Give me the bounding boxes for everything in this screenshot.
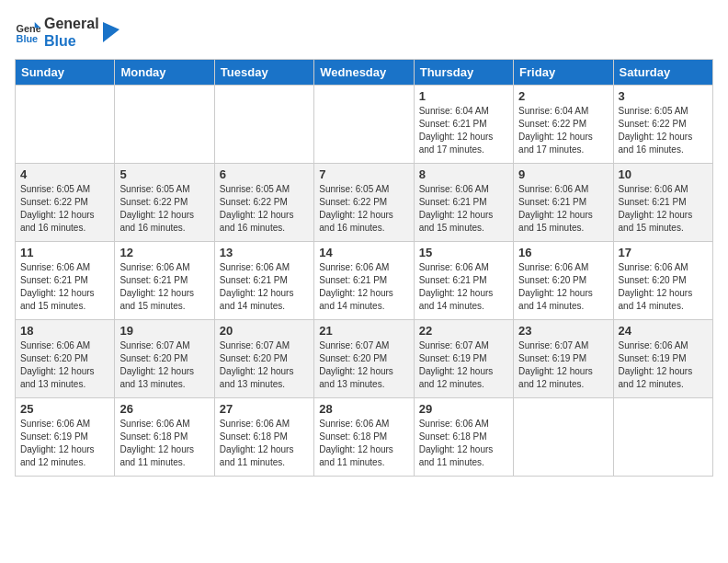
day-info: Sunrise: 6:06 AM Sunset: 6:18 PM Dayligh… xyxy=(119,418,209,469)
calendar-day-cell: 9Sunrise: 6:06 AM Sunset: 6:21 PM Daylig… xyxy=(514,164,613,242)
day-number: 8 xyxy=(419,167,508,181)
day-number: 15 xyxy=(419,246,508,259)
day-of-week-header: Wednesday xyxy=(314,60,414,86)
calendar-day-cell: 15Sunrise: 6:06 AM Sunset: 6:21 PM Dayli… xyxy=(414,242,513,320)
calendar-week-row: 4Sunrise: 6:05 AM Sunset: 6:22 PM Daylig… xyxy=(16,164,713,242)
day-info: Sunrise: 6:04 AM Sunset: 6:21 PM Dayligh… xyxy=(419,105,508,156)
svg-text:Blue: Blue xyxy=(17,33,39,44)
calendar-day-cell xyxy=(613,398,712,477)
calendar-day-cell: 18Sunrise: 6:06 AM Sunset: 6:20 PM Dayli… xyxy=(16,320,115,398)
svg-marker-3 xyxy=(103,22,119,42)
day-info: Sunrise: 6:06 AM Sunset: 6:21 PM Dayligh… xyxy=(419,183,508,235)
calendar-day-cell: 22Sunrise: 6:07 AM Sunset: 6:19 PM Dayli… xyxy=(414,320,513,398)
logo: General Blue General Blue xyxy=(15,15,119,50)
calendar-day-cell: 19Sunrise: 6:07 AM Sunset: 6:20 PM Dayli… xyxy=(115,320,214,398)
day-number: 29 xyxy=(419,402,508,416)
day-info: Sunrise: 6:07 AM Sunset: 6:19 PM Dayligh… xyxy=(419,339,508,391)
day-info: Sunrise: 6:06 AM Sunset: 6:21 PM Dayligh… xyxy=(619,183,708,235)
day-number: 24 xyxy=(619,324,708,338)
calendar-day-cell: 14Sunrise: 6:06 AM Sunset: 6:21 PM Dayli… xyxy=(314,242,414,320)
calendar-day-cell: 21Sunrise: 6:07 AM Sunset: 6:20 PM Dayli… xyxy=(314,320,414,398)
day-info: Sunrise: 6:06 AM Sunset: 6:18 PM Dayligh… xyxy=(319,418,408,469)
calendar-day-cell: 16Sunrise: 6:06 AM Sunset: 6:20 PM Dayli… xyxy=(514,242,613,320)
day-info: Sunrise: 6:05 AM Sunset: 6:22 PM Dayligh… xyxy=(319,183,408,235)
day-number: 6 xyxy=(220,167,309,181)
day-info: Sunrise: 6:06 AM Sunset: 6:18 PM Dayligh… xyxy=(419,418,508,469)
calendar-day-cell: 26Sunrise: 6:06 AM Sunset: 6:18 PM Dayli… xyxy=(115,398,214,477)
day-of-week-header: Saturday xyxy=(613,60,712,86)
logo-general: General xyxy=(44,15,99,32)
day-info: Sunrise: 6:06 AM Sunset: 6:20 PM Dayligh… xyxy=(518,261,608,313)
day-of-week-header: Tuesday xyxy=(214,60,313,86)
day-info: Sunrise: 6:06 AM Sunset: 6:21 PM Dayligh… xyxy=(119,261,209,313)
calendar-day-cell xyxy=(115,86,214,164)
calendar-day-cell: 10Sunrise: 6:06 AM Sunset: 6:21 PM Dayli… xyxy=(613,164,712,242)
day-number: 7 xyxy=(319,167,408,181)
day-number: 20 xyxy=(220,324,309,338)
calendar-day-cell: 6Sunrise: 6:05 AM Sunset: 6:22 PM Daylig… xyxy=(214,164,313,242)
day-info: Sunrise: 6:06 AM Sunset: 6:21 PM Dayligh… xyxy=(419,261,508,313)
day-number: 2 xyxy=(518,89,608,103)
day-info: Sunrise: 6:06 AM Sunset: 6:21 PM Dayligh… xyxy=(518,183,608,235)
day-info: Sunrise: 6:07 AM Sunset: 6:20 PM Dayligh… xyxy=(220,339,309,391)
day-number: 4 xyxy=(20,167,109,181)
day-info: Sunrise: 6:06 AM Sunset: 6:19 PM Dayligh… xyxy=(619,339,708,391)
day-info: Sunrise: 6:05 AM Sunset: 6:22 PM Dayligh… xyxy=(619,105,708,156)
calendar-week-row: 1Sunrise: 6:04 AM Sunset: 6:21 PM Daylig… xyxy=(16,86,713,164)
day-info: Sunrise: 6:04 AM Sunset: 6:22 PM Dayligh… xyxy=(518,105,608,156)
day-number: 13 xyxy=(220,246,309,259)
day-number: 3 xyxy=(619,89,708,103)
calendar-day-cell: 20Sunrise: 6:07 AM Sunset: 6:20 PM Dayli… xyxy=(214,320,313,398)
calendar-day-cell: 4Sunrise: 6:05 AM Sunset: 6:22 PM Daylig… xyxy=(16,164,115,242)
calendar-day-cell: 11Sunrise: 6:06 AM Sunset: 6:21 PM Dayli… xyxy=(16,242,115,320)
calendar-day-cell xyxy=(314,86,414,164)
day-of-week-header: Monday xyxy=(115,60,214,86)
day-number: 22 xyxy=(419,324,508,338)
day-info: Sunrise: 6:06 AM Sunset: 6:20 PM Dayligh… xyxy=(619,261,708,313)
day-info: Sunrise: 6:05 AM Sunset: 6:22 PM Dayligh… xyxy=(220,183,309,235)
day-number: 18 xyxy=(20,324,109,338)
day-number: 1 xyxy=(419,89,508,103)
day-info: Sunrise: 6:07 AM Sunset: 6:20 PM Dayligh… xyxy=(119,339,209,391)
day-number: 5 xyxy=(119,167,209,181)
day-number: 10 xyxy=(619,167,708,181)
calendar-day-cell xyxy=(514,398,613,477)
logo-blue: Blue xyxy=(44,32,99,50)
calendar-day-cell: 17Sunrise: 6:06 AM Sunset: 6:20 PM Dayli… xyxy=(613,242,712,320)
day-number: 26 xyxy=(119,402,209,416)
day-info: Sunrise: 6:06 AM Sunset: 6:21 PM Dayligh… xyxy=(20,261,109,313)
day-info: Sunrise: 6:06 AM Sunset: 6:20 PM Dayligh… xyxy=(20,339,109,391)
day-of-week-header: Sunday xyxy=(16,60,115,86)
day-number: 11 xyxy=(20,246,109,259)
day-info: Sunrise: 6:07 AM Sunset: 6:20 PM Dayligh… xyxy=(319,339,408,391)
day-number: 25 xyxy=(20,402,109,416)
day-number: 28 xyxy=(319,402,408,416)
calendar-week-row: 25Sunrise: 6:06 AM Sunset: 6:19 PM Dayli… xyxy=(16,398,713,477)
day-number: 16 xyxy=(518,246,608,259)
calendar-day-cell xyxy=(214,86,313,164)
calendar-day-cell: 13Sunrise: 6:06 AM Sunset: 6:21 PM Dayli… xyxy=(214,242,313,320)
day-info: Sunrise: 6:05 AM Sunset: 6:22 PM Dayligh… xyxy=(20,183,109,235)
calendar-table: SundayMondayTuesdayWednesdayThursdayFrid… xyxy=(15,59,713,477)
day-info: Sunrise: 6:05 AM Sunset: 6:22 PM Dayligh… xyxy=(119,183,209,235)
day-number: 27 xyxy=(220,402,309,416)
calendar-day-cell: 3Sunrise: 6:05 AM Sunset: 6:22 PM Daylig… xyxy=(613,86,712,164)
day-info: Sunrise: 6:07 AM Sunset: 6:19 PM Dayligh… xyxy=(518,339,608,391)
calendar-day-cell: 25Sunrise: 6:06 AM Sunset: 6:19 PM Dayli… xyxy=(16,398,115,477)
day-number: 9 xyxy=(518,167,608,181)
day-of-week-header: Thursday xyxy=(414,60,513,86)
day-number: 21 xyxy=(319,324,408,338)
logo-icon: General Blue xyxy=(15,19,40,45)
calendar-day-cell: 8Sunrise: 6:06 AM Sunset: 6:21 PM Daylig… xyxy=(414,164,513,242)
calendar-day-cell: 7Sunrise: 6:05 AM Sunset: 6:22 PM Daylig… xyxy=(314,164,414,242)
calendar-day-cell: 24Sunrise: 6:06 AM Sunset: 6:19 PM Dayli… xyxy=(613,320,712,398)
page-header: General Blue General Blue xyxy=(15,15,713,50)
day-info: Sunrise: 6:06 AM Sunset: 6:21 PM Dayligh… xyxy=(319,261,408,313)
day-info: Sunrise: 6:06 AM Sunset: 6:19 PM Dayligh… xyxy=(20,418,109,469)
calendar-day-cell: 12Sunrise: 6:06 AM Sunset: 6:21 PM Dayli… xyxy=(115,242,214,320)
day-info: Sunrise: 6:06 AM Sunset: 6:21 PM Dayligh… xyxy=(220,261,309,313)
day-number: 17 xyxy=(619,246,708,259)
calendar-header-row: SundayMondayTuesdayWednesdayThursdayFrid… xyxy=(16,60,713,86)
calendar-day-cell: 1Sunrise: 6:04 AM Sunset: 6:21 PM Daylig… xyxy=(414,86,513,164)
calendar-day-cell xyxy=(16,86,115,164)
